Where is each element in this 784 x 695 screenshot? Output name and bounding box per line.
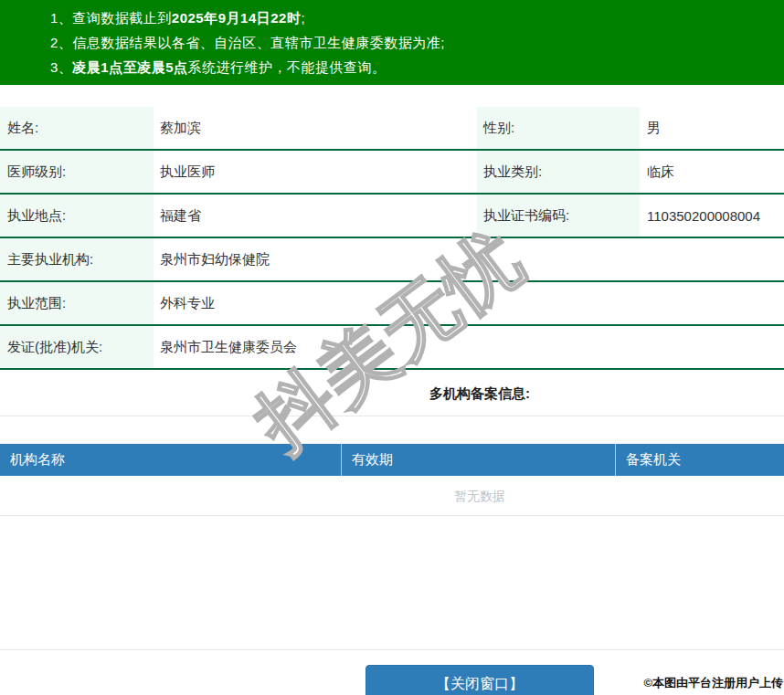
practice-location-value: 福建省 xyxy=(154,195,477,237)
certificate-number-value: 110350200008004 xyxy=(640,195,784,237)
records-table-header: 机构名称 有效期 备案机关 xyxy=(0,444,784,476)
page-inner: 1、查询数据截止到2025年9月14日22时; 2、信息数据结果以各省、自治区、… xyxy=(0,0,784,695)
doctor-level-label: 医师级别: xyxy=(0,151,154,193)
close-window-button[interactable]: 【关闭窗口】 xyxy=(366,665,594,695)
empty-state-text: 暂无数据 xyxy=(0,476,784,516)
gender-label: 性别: xyxy=(477,107,640,149)
issuing-authority-label: 发证(批准)机关: xyxy=(0,326,154,368)
issuing-authority-value: 泉州市卫生健康委员会 xyxy=(154,326,784,368)
gender-value: 男 xyxy=(640,107,784,149)
notice-line-3: 3、凌晨1点至凌晨5点系统进行维护，不能提供查询。 xyxy=(50,55,784,79)
blank-spacer xyxy=(0,516,784,649)
table-row-main-institution: 主要执业机构: 泉州市妇幼保健院 xyxy=(0,238,784,282)
notice-line-1-bold: 2025年9月14日22时 xyxy=(172,10,302,26)
notice-line-3-text: 3、 xyxy=(50,59,72,75)
notice-line-1-text: 1、查询数据截止到 xyxy=(50,10,172,26)
practice-scope-label: 执业范围: xyxy=(0,282,154,324)
doctor-info-table: 姓名: 蔡加滨 性别: 男 医师级别: 执业医师 执业类别: 临床 执业地点: … xyxy=(0,107,784,370)
table-row-issuing-authority: 发证(批准)机关: 泉州市卫生健康委员会 xyxy=(0,326,784,370)
notice-line-3-bold: 凌晨1点至凌晨5点 xyxy=(72,59,187,75)
multi-institution-section-title: 多机构备案信息: xyxy=(0,370,784,416)
practice-location-label: 执业地点: xyxy=(0,195,154,237)
notice-line-1-suffix: ; xyxy=(301,10,305,26)
main-institution-label: 主要执业机构: xyxy=(0,238,154,280)
table-row-level-category: 医师级别: 执业医师 执业类别: 临床 xyxy=(0,151,784,195)
notice-line-2: 2、信息数据结果以各省、自治区、直辖市卫生健康委数据为准; xyxy=(50,30,784,55)
name-label: 姓名: xyxy=(0,107,154,149)
notice-line-3-suffix: 系统进行维护，不能提供查询。 xyxy=(188,59,387,75)
certificate-number-label: 执业证书编码: xyxy=(477,195,640,237)
name-value: 蔡加滨 xyxy=(154,107,477,149)
main-institution-value: 泉州市妇幼保健院 xyxy=(154,238,784,280)
column-header-filing-authority: 备案机关 xyxy=(615,444,784,476)
notice-banner: 1、查询数据截止到2025年9月14日22时; 2、信息数据结果以各省、自治区、… xyxy=(0,0,784,85)
license-query-result-page: 1、查询数据截止到2025年9月14日22时; 2、信息数据结果以各省、自治区、… xyxy=(0,0,784,695)
notice-line-1: 1、查询数据截止到2025年9月14日22时; xyxy=(50,5,784,30)
table-row-practice-scope: 执业范围: 外科专业 xyxy=(0,282,784,326)
table-row-location-certno: 执业地点: 福建省 执业证书编码: 110350200008004 xyxy=(0,195,784,238)
column-header-institution-name: 机构名称 xyxy=(0,444,341,476)
practice-category-label: 执业类别: xyxy=(477,151,640,193)
doctor-level-value: 执业医师 xyxy=(154,151,477,193)
uploader-credit-text: ©本图由平台注册用户上传 xyxy=(643,675,783,691)
table-row-name-gender: 姓名: 蔡加滨 性别: 男 xyxy=(0,107,784,151)
column-header-validity-period: 有效期 xyxy=(341,444,615,476)
practice-scope-value: 外科专业 xyxy=(154,282,784,324)
practice-category-value: 临床 xyxy=(640,151,784,193)
